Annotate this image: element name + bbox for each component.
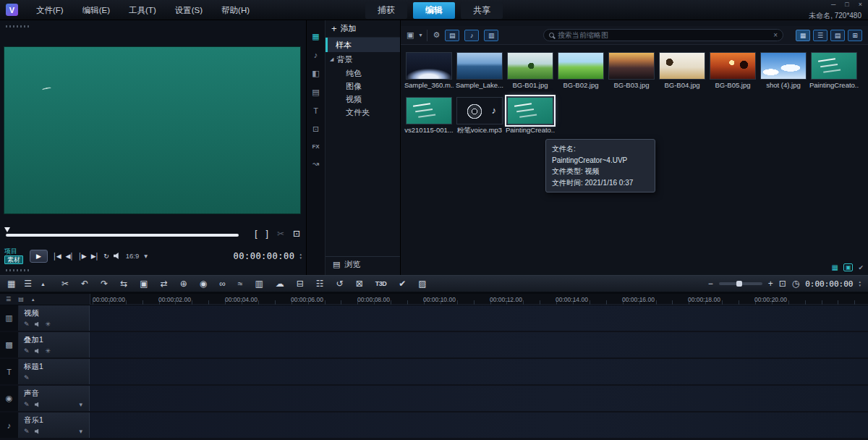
multi-trim-icon[interactable]: ▥ [255, 279, 263, 289]
split-clip-icon[interactable]: ✂ [277, 229, 284, 239]
zoom-slider[interactable] [719, 282, 762, 285]
transition-category-icon[interactable]: ◧ [312, 69, 319, 78]
track-grid-icon[interactable]: ▤ [18, 296, 24, 302]
mark-in-icon[interactable]: [ [255, 229, 257, 239]
track-header[interactable]: 声音 ✎ ▾ [19, 386, 90, 411]
filter-audio-icon[interactable]: ♪ [464, 30, 479, 41]
menu-file[interactable]: 文件(F) [27, 0, 73, 20]
music-track-icon[interactable]: ♪ [0, 412, 19, 438]
go-start-icon[interactable]: │◀ [53, 253, 61, 260]
media-thumbnail[interactable]: ♪ 粉笔voice.mp3 [454, 97, 505, 135]
track-header[interactable]: 标题1 ✎ [19, 359, 90, 384]
scrubber-marker[interactable] [4, 227, 10, 232]
voice-track-icon[interactable]: ◉ [0, 386, 19, 411]
media-thumbnail[interactable]: BG-B01.jpg [505, 52, 556, 89]
track-list-icon[interactable]: ☰ [6, 296, 11, 302]
timeline-view-icon[interactable]: ☰ [24, 279, 32, 289]
timeline-ruler[interactable]: 00:00:00:00 00:00:02.00 00:00:04.00 00:0… [0, 294, 868, 305]
scrubber-track[interactable] [6, 234, 239, 237]
tree-item-images[interactable]: 图像 [326, 80, 400, 93]
next-frame-icon[interactable]: │▶ [78, 253, 86, 260]
preview-scrubber[interactable] [6, 230, 240, 239]
audio-wave-icon[interactable]: ≈ [238, 279, 243, 289]
menu-settings[interactable]: 设置(S) [166, 0, 212, 20]
title-track-icon[interactable]: T [0, 359, 19, 384]
media-thumbnail[interactable]: vs210115-001... [404, 97, 454, 135]
gallery-panel-icon[interactable]: ▣ [843, 263, 854, 271]
filter-video-icon[interactable]: ▥ [484, 30, 498, 41]
mute-track-icon[interactable] [35, 349, 41, 354]
tab-capture[interactable]: 捕获 [365, 2, 407, 19]
track-header[interactable]: 叠加1 ✎ ✳ [19, 332, 90, 358]
timecode-spinner[interactable]: ▴▾ [859, 280, 861, 287]
tree-item-solid-color[interactable]: 纯色 [326, 67, 400, 80]
restore-icon[interactable]: □ [845, 1, 848, 8]
repeat-icon[interactable]: ↻ [103, 253, 109, 260]
clip-mode-button[interactable]: 素材 [4, 255, 23, 264]
track-header[interactable]: 视频 ✎ ✳ [19, 305, 90, 331]
ripple-edit-icon[interactable]: ✳ [46, 347, 51, 355]
project-mode-button[interactable]: 项目 [4, 248, 23, 255]
redo-icon[interactable]: ↷ [101, 279, 108, 289]
zoom-in-icon[interactable]: + [768, 279, 773, 289]
import-folder-icon[interactable]: ▣ [407, 30, 414, 40]
track-lane[interactable] [90, 305, 868, 331]
timecode-spinner[interactable]: ▴▾ [299, 253, 302, 260]
media-thumbnail[interactable]: Sample_Lake... [454, 52, 505, 89]
media-thumbnail[interactable]: BG-B04.jpg [657, 52, 707, 89]
video-track-icon[interactable]: ▥ [0, 305, 19, 331]
overlay-track-icon[interactable]: ▩ [0, 332, 19, 358]
add-track-icon[interactable]: ⊕ [180, 279, 187, 289]
volume-icon[interactable] [114, 253, 121, 259]
audio-category-icon[interactable]: ♪ [314, 51, 318, 59]
edit-track-icon[interactable]: ✎ [24, 321, 30, 328]
media-thumbnail[interactable]: shot (4).jpg [758, 52, 809, 89]
edit-track-icon[interactable]: ✎ [24, 347, 30, 355]
track-lane[interactable] [90, 332, 868, 358]
edit-track-icon[interactable]: ✎ [24, 374, 30, 381]
fit-timeline-icon[interactable]: ⊡ [779, 279, 786, 289]
collapse-icon[interactable]: ▲ [41, 282, 46, 287]
collapse-tracks-icon[interactable]: ▲ [31, 297, 35, 302]
menu-tools[interactable]: 工具(T) [119, 0, 166, 20]
tab-share[interactable]: 共享 [461, 2, 503, 19]
media-thumbnail[interactable]: BG-B02.jpg [556, 52, 606, 89]
media-thumbnail[interactable]: BG-B03.jpg [606, 52, 657, 89]
zoom-slider-knob[interactable] [736, 281, 742, 287]
subtitle-icon[interactable]: ⊟ [297, 279, 304, 289]
motion-category-icon[interactable]: ↝ [312, 159, 319, 169]
cloud-icon[interactable]: ☁ [276, 279, 284, 289]
mask-icon[interactable]: ▨ [418, 279, 426, 289]
media-thumbnail-selected[interactable]: PaintingCreato... [505, 97, 556, 135]
rotate-icon[interactable]: ↺ [336, 279, 344, 289]
browse-button[interactable]: ▤ 浏览 [326, 256, 400, 272]
more-view-icon[interactable]: ⊞ [848, 30, 862, 41]
menu-help[interactable]: 帮助(H) [212, 0, 259, 20]
tree-group-background[interactable]: ◢ 背景 [326, 52, 400, 67]
minimize-icon[interactable]: ─ [831, 1, 835, 8]
ripple-edit-icon[interactable]: ✳ [46, 321, 51, 328]
clear-search-icon[interactable]: × [773, 31, 778, 39]
media-thumbnail[interactable]: PaintingCreato... [809, 52, 859, 89]
edit-track-icon[interactable]: ✎ [24, 428, 30, 435]
thumbnail-view-icon[interactable]: ▦ [796, 30, 810, 41]
chevron-down-icon[interactable]: ▾ [79, 401, 82, 408]
tree-item-folders[interactable]: 文件夹 [326, 106, 400, 119]
detail-view-icon[interactable]: ▤ [830, 30, 845, 41]
mute-track-icon[interactable] [35, 322, 41, 327]
crop-icon[interactable]: ⊠ [356, 279, 363, 289]
tab-edit[interactable]: 编辑 [413, 2, 455, 19]
track-lane[interactable] [90, 359, 868, 384]
edit-track-icon[interactable]: ✎ [24, 401, 30, 408]
tree-item-samples[interactable]: 样本 [326, 38, 400, 52]
track-lane[interactable] [90, 386, 868, 411]
mute-track-icon[interactable] [35, 429, 41, 434]
aspect-ratio-select[interactable]: 16:9 [126, 252, 140, 260]
undo-icon[interactable]: ↶ [81, 279, 88, 289]
chain-icon[interactable]: ∞ [219, 279, 226, 289]
tree-item-videos[interactable]: 视频 [326, 93, 400, 106]
cut-icon[interactable]: ✂ [61, 279, 69, 289]
close-icon[interactable]: × [859, 1, 862, 8]
transition-icon[interactable]: ⇄ [161, 279, 168, 289]
graphic-category-icon[interactable]: ▤ [312, 88, 319, 97]
